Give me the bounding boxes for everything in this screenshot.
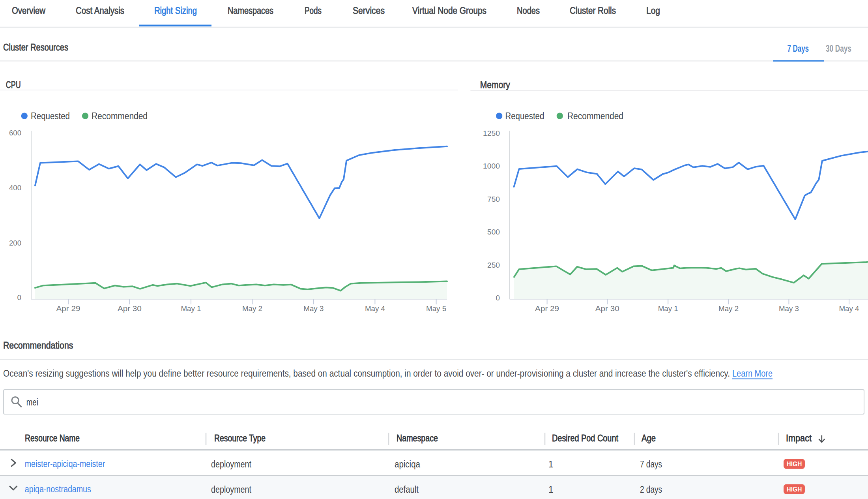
- svg-text:default: default: [395, 484, 419, 495]
- svg-text:7 days: 7 days: [640, 459, 662, 469]
- svg-text:600: 600: [9, 129, 21, 137]
- svg-text:Recommended: Recommended: [567, 111, 623, 121]
- svg-text:Apr 29: Apr 29: [535, 304, 559, 313]
- svg-text:Resource Type: Resource Type: [214, 433, 266, 443]
- svg-text:May 2: May 2: [718, 304, 739, 313]
- svg-text:0: 0: [496, 294, 500, 302]
- svg-text:Virtual Node Groups: Virtual Node Groups: [412, 5, 486, 16]
- svg-text:May 1: May 1: [658, 304, 678, 313]
- svg-text:Memory: Memory: [480, 79, 511, 90]
- svg-text:Apr 30: Apr 30: [595, 304, 619, 313]
- svg-text:Resource Name: Resource Name: [25, 433, 80, 443]
- svg-text:750: 750: [487, 195, 500, 203]
- svg-text:Recommended: Recommended: [92, 111, 148, 121]
- svg-text:Impact: Impact: [786, 433, 812, 443]
- svg-text:400: 400: [9, 184, 21, 192]
- svg-text:HIGH: HIGH: [787, 460, 802, 468]
- svg-text:Apr 29: Apr 29: [56, 304, 80, 313]
- svg-text:1: 1: [548, 459, 554, 469]
- svg-text:deployment: deployment: [211, 484, 251, 495]
- svg-text:Cluster Resources: Cluster Resources: [3, 42, 68, 53]
- svg-text:Namespaces: Namespaces: [228, 5, 273, 16]
- svg-text:Cluster Rolls: Cluster Rolls: [570, 5, 616, 16]
- svg-text:HIGH: HIGH: [787, 486, 802, 493]
- svg-text:Desired Pod Count: Desired Pod Count: [552, 433, 618, 443]
- svg-text:1: 1: [548, 484, 554, 495]
- svg-text:Requested: Requested: [505, 111, 544, 121]
- svg-text:Log: Log: [646, 5, 660, 16]
- svg-text:May 3: May 3: [303, 304, 324, 313]
- svg-text:Apr 30: Apr 30: [118, 304, 142, 313]
- svg-text:Right Sizing: Right Sizing: [154, 5, 197, 16]
- svg-text:250: 250: [487, 261, 500, 269]
- svg-text:Age: Age: [642, 433, 656, 443]
- svg-text:Services: Services: [353, 5, 385, 16]
- svg-text:CPU: CPU: [6, 79, 21, 90]
- svg-text:apiciqa: apiciqa: [395, 459, 420, 469]
- svg-text:30 Days: 30 Days: [826, 43, 851, 54]
- svg-text:7 Days: 7 Days: [787, 43, 809, 54]
- svg-text:May 3: May 3: [779, 304, 799, 313]
- svg-text:Pods: Pods: [305, 5, 322, 16]
- svg-text:meister-apiciqa-meister: meister-apiciqa-meister: [25, 458, 105, 469]
- svg-text:apiqa-nostradamus: apiqa-nostradamus: [25, 484, 91, 494]
- svg-text:Nodes: Nodes: [517, 5, 540, 16]
- svg-text:Learn More: Learn More: [732, 368, 773, 379]
- svg-text:500: 500: [487, 228, 500, 236]
- svg-text:mei: mei: [26, 397, 38, 407]
- svg-text:Recommendations: Recommendations: [3, 340, 73, 351]
- svg-text:1000: 1000: [483, 162, 500, 170]
- svg-text:May 5: May 5: [426, 304, 446, 313]
- svg-text:Cost Analysis: Cost Analysis: [76, 5, 124, 16]
- svg-text:deployment: deployment: [211, 459, 251, 469]
- svg-text:May 4: May 4: [365, 304, 385, 313]
- svg-text:200: 200: [9, 239, 21, 247]
- svg-text:2 days: 2 days: [640, 484, 662, 495]
- svg-text:May 1: May 1: [181, 304, 201, 313]
- svg-text:Namespace: Namespace: [397, 433, 438, 443]
- svg-text:1250: 1250: [483, 129, 500, 137]
- svg-text:0: 0: [17, 293, 21, 302]
- svg-text:Requested: Requested: [31, 111, 70, 121]
- svg-text:Overview: Overview: [12, 5, 45, 16]
- svg-text:May 4: May 4: [839, 304, 859, 313]
- svg-text:May 2: May 2: [242, 304, 262, 313]
- svg-text:Ocean's resizing suggestions w: Ocean's resizing suggestions will help y…: [3, 368, 730, 379]
